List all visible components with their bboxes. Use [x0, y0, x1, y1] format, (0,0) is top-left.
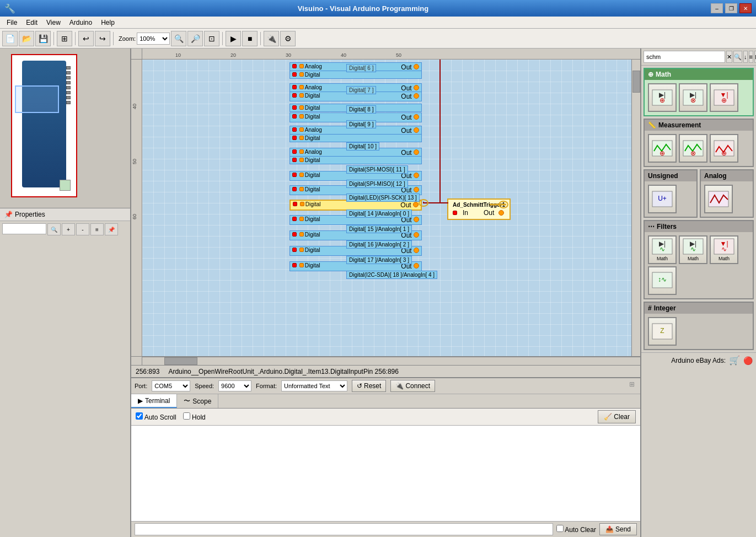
comp-meas-2[interactable]: ⊗	[679, 134, 707, 163]
section-analog-header[interactable]: Analog	[701, 170, 753, 181]
comp-filt-4[interactable]: ↕∿	[648, 266, 677, 295]
ads-close[interactable]: 🔴	[743, 356, 753, 365]
prop-sort-btn[interactable]: ≡	[90, 223, 104, 235]
save-button[interactable]: 💾	[35, 31, 51, 46]
comp-filt-2[interactable]: ▶| ∿ Math	[679, 235, 707, 264]
comp-d10[interactable]: Digital	[289, 156, 422, 164]
schmitt-trigger-block[interactable]: Ad_SchmittTrigger1 In Out	[447, 198, 511, 220]
canvas-scrollbar-v[interactable]	[631, 60, 640, 356]
canvas-content[interactable]: Analog Out Digital Digital[ 6 ] Analog O…	[142, 60, 631, 356]
menu-edit[interactable]: Edit	[22, 18, 42, 28]
search-go-btn[interactable]: 🔍	[733, 51, 742, 63]
connect-button[interactable]: 🔌 Connect	[390, 380, 435, 392]
terminal-area[interactable]	[131, 426, 640, 521]
scrollbar-thumb-h[interactable]	[164, 357, 197, 365]
comp-filt-1[interactable]: ▶| ∿ Math	[648, 235, 677, 264]
menu-arduino[interactable]: Arduino	[65, 18, 96, 28]
ads-icon[interactable]: 🛒	[729, 355, 740, 366]
close-button[interactable]: ✕	[739, 3, 752, 13]
scrollbar-thumb-v[interactable]	[632, 71, 640, 93]
properties-search[interactable]	[2, 223, 46, 234]
schmitt-title: Ad_SchmittTrigger1	[453, 202, 505, 208]
hold-checkbox[interactable]	[183, 412, 190, 420]
search-opt2-btn[interactable]: ≡	[749, 51, 753, 63]
port-icon	[292, 232, 297, 237]
comp-math-3[interactable]: ▼| ⊕	[710, 83, 738, 112]
compile-button[interactable]: ⚙	[280, 31, 296, 46]
svg-text:⊕: ⊕	[721, 149, 727, 157]
out-dot	[414, 217, 419, 222]
title-bar-left: 🔧	[4, 3, 15, 14]
prop-filter-btn[interactable]: 🔍	[47, 223, 61, 235]
reset-button[interactable]: ↺ Reset	[352, 380, 386, 392]
format-select[interactable]: Unformatted Text ASCII Hex Dec	[281, 380, 347, 391]
send-button[interactable]: 📤 Send	[599, 523, 637, 535]
prop-expand-btn[interactable]: +	[62, 223, 75, 235]
menu-file[interactable]: File	[2, 18, 22, 28]
toolbar-sep-2	[75, 32, 76, 45]
restore-button[interactable]: ❐	[725, 3, 737, 13]
comp-d9[interactable]: Digital	[289, 134, 422, 142]
zoom-fit-button[interactable]: ⊡	[204, 31, 219, 46]
open-button[interactable]: 📂	[19, 31, 34, 46]
resize-handle[interactable]: ⊞	[629, 380, 638, 389]
section-math-header[interactable]: ⊕ Math	[645, 69, 753, 80]
port-icon	[292, 187, 297, 191]
stop-button[interactable]: ■	[242, 31, 258, 46]
comp-ana-1[interactable]	[704, 185, 733, 213]
canvas-scrollbar-h[interactable]	[142, 357, 640, 366]
comp-uns-1[interactable]: U+	[648, 185, 677, 213]
filters-icon: ⋯	[648, 223, 655, 230]
clear-button[interactable]: 🧹 Clear	[598, 410, 636, 423]
digital7-label: Digital[ 7 ]	[346, 86, 376, 94]
search-opt1-btn[interactable]: ↓	[743, 51, 748, 63]
comp-math-2[interactable]: ▶| ⊗	[679, 83, 707, 112]
menu-bar: File Edit View Arduino Help	[0, 17, 756, 29]
menu-help[interactable]: Help	[96, 18, 119, 28]
out-dot	[414, 149, 419, 155]
auto-clear-label[interactable]: Auto Clear	[556, 525, 596, 534]
menu-view[interactable]: View	[42, 18, 65, 28]
speed-select[interactable]: 9600 300 1200 2400 4800 19200 115200	[218, 380, 251, 391]
zoom-out-button[interactable]: 🔎	[187, 31, 203, 46]
board-button[interactable]: 🔌	[264, 31, 279, 46]
port	[299, 136, 304, 140]
comp-meas-3[interactable]: ⊕	[710, 134, 738, 163]
zoom-in-button[interactable]: 🔍	[171, 31, 186, 46]
terminal-input[interactable]	[135, 523, 553, 535]
viewport-indicator	[15, 85, 59, 113]
math2-icon: ▶| ⊗	[683, 89, 704, 106]
in-port	[453, 211, 457, 215]
port-select[interactable]: COM5 COM1 COM2 COM3 COM4 COM6	[152, 380, 190, 391]
section-measurement-header[interactable]: 📏 Measurement	[645, 120, 753, 131]
comp-filt-3[interactable]: ▼| ∿ Math	[710, 235, 738, 264]
prop-collapse-btn[interactable]: -	[76, 223, 89, 235]
nano-chip	[60, 180, 71, 191]
auto-scroll-checkbox[interactable]	[136, 412, 143, 420]
grid-button[interactable]: ⊞	[57, 31, 72, 46]
filt4-icon: ↕∿	[652, 272, 673, 288]
section-unsigned-header[interactable]: Unsigned	[645, 170, 696, 181]
prop-pin-btn[interactable]: 📌	[105, 223, 118, 235]
search-clear-btn[interactable]: ✕	[726, 51, 732, 63]
auto-scroll-label[interactable]: Auto Scroll	[136, 412, 176, 421]
svg-text:↕∿: ↕∿	[658, 276, 667, 283]
comp-math-1[interactable]: ▶| ⊕	[648, 83, 677, 112]
new-button[interactable]: 📄	[2, 31, 18, 46]
component-search-input[interactable]	[644, 51, 725, 63]
comp-int-1[interactable]: Z	[648, 317, 677, 346]
auto-clear-checkbox[interactable]	[556, 525, 564, 532]
hold-label[interactable]: Hold	[183, 412, 206, 421]
toolbar-sep-3	[113, 32, 114, 45]
comp-meas-1[interactable]: ⊕	[648, 134, 677, 163]
section-integer-header[interactable]: # Integer	[645, 303, 753, 314]
redo-button[interactable]: ↪	[95, 31, 110, 46]
section-filters-header[interactable]: ⋯ Filters	[645, 221, 753, 232]
minimize-button[interactable]: –	[711, 3, 723, 13]
tab-terminal[interactable]: ▶ Terminal	[131, 394, 177, 408]
run-button[interactable]: ▶	[226, 31, 241, 46]
zoom-select[interactable]: 50% 75% 100% 150% 200%	[137, 33, 170, 45]
undo-button[interactable]: ↩	[78, 31, 94, 46]
tab-scope[interactable]: 〜 Scope	[177, 394, 218, 408]
analog-port	[299, 64, 304, 68]
